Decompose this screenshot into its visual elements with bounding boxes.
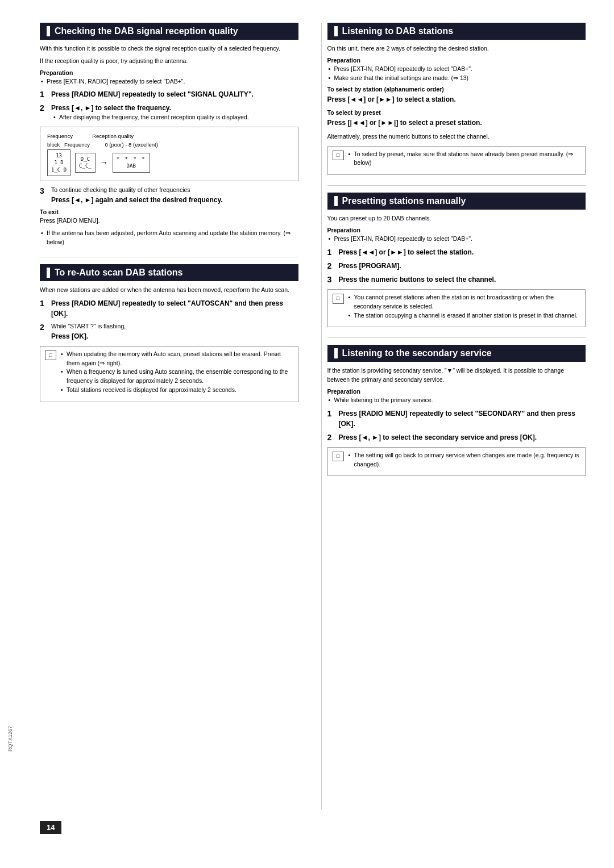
section-re-auto-scan-header: To re-Auto scan DAB stations (40, 264, 298, 281)
to-exit-text: Press [RADIO MENU]. (40, 216, 298, 226)
to-select-preset-label: To select by preset (327, 109, 586, 116)
re-auto-note-item-3: Total stations received is displayed for… (60, 386, 293, 395)
divider-3 (327, 337, 586, 338)
diagram-stars: * * * * (117, 156, 146, 163)
section-presetting: Presetting stations manually You can pre… (327, 193, 586, 327)
section-re-auto-scan: To re-Auto scan DAB stations When new st… (40, 264, 298, 402)
secondary-step-2-num: 2 (327, 432, 335, 443)
listening-dab-note-inner: □ To select by preset, make sure that st… (333, 150, 581, 172)
section-listening-dab-header: Listening to DAB stations (327, 23, 586, 40)
to-select-preset-sub: Alternatively, press the numeric buttons… (327, 132, 586, 141)
section-presetting-title: Presetting stations manually (342, 196, 466, 206)
page-footer: 14 (40, 809, 586, 834)
re-auto-step-2: 2 While "START ?" is flashing, Press [OK… (40, 322, 298, 341)
re-auto-intro: When new stations are added or when the … (40, 286, 298, 295)
dab-prep-label: Preparation (40, 69, 298, 76)
after-exit-list: If the antenna has been adjusted, perfor… (40, 229, 298, 247)
presetting-note-inner: □ You cannot preset stations when the st… (333, 293, 581, 323)
secondary-step-1-content: Press [RADIO MENU] repeatedly to select … (339, 408, 586, 429)
dab-prep-list: Press [EXT-IN, RADIO] repeatedly to sele… (40, 77, 298, 86)
divider-1 (40, 257, 298, 257)
listening-dab-prep-item-1: Press [EXT-IN, RADIO] repeatedly to sele… (327, 65, 586, 74)
secondary-note: □ The setting will go back to primary se… (327, 447, 586, 477)
dab-step-1: 1 Press [RADIO MENU] repeatedly to selec… (40, 89, 298, 99)
section-dab-signal-title: Checking the DAB signal reception qualit… (55, 26, 238, 36)
re-auto-note-item-1: When updating the memory with Auto scan,… (60, 350, 293, 368)
presetting-step-3: 3 Press the numeric buttons to select th… (327, 274, 586, 285)
section-secondary-service-header: Listening to the secondary service (327, 345, 586, 362)
dab-step-3-content: To continue checking the quality of othe… (51, 186, 298, 205)
dab-step-2: 2 Press [◄, ►] to select the frequency. … (40, 103, 298, 122)
presetting-step-2-content: Press [PROGRAM]. (339, 261, 586, 271)
secondary-prep-item-1: While listening to the primary service. (327, 396, 586, 405)
re-auto-note-list: When updating the memory with Auto scan,… (60, 350, 293, 395)
secondary-intro: If the station is providing secondary se… (327, 366, 586, 385)
page-number: 14 (40, 821, 61, 834)
presetting-step-1: 1 Press [◄◄] or [►►] to select the stati… (327, 247, 586, 257)
presetting-note-list: You cannot preset stations when the stat… (347, 293, 581, 320)
section-listening-dab: Listening to DAB stations On this unit, … (327, 23, 586, 175)
diagram-arrow: → (100, 156, 108, 169)
divider-2 (327, 185, 586, 186)
dab-diagram: Frequency Reception quality block Freque… (40, 127, 298, 181)
page: Checking the DAB signal reception qualit… (0, 0, 614, 868)
to-exit-label: To exit (40, 208, 298, 215)
to-select-alpha-label: To select by station (alphanumeric order… (327, 86, 586, 93)
section-re-auto-scan-title: To re-Auto scan DAB stations (55, 268, 183, 278)
re-auto-step-2-num: 2 (40, 322, 48, 332)
content-columns: Checking the DAB signal reception qualit… (40, 23, 586, 809)
presetting-note-item-2: The station occupying a channel is erase… (347, 311, 581, 320)
secondary-step-1: 1 Press [RADIO MENU] repeatedly to selec… (327, 408, 586, 429)
re-auto-note: □ When updating the memory with Auto sca… (40, 346, 298, 402)
secondary-prep-list: While listening to the primary service. (327, 396, 586, 405)
section-secondary-service-title: Listening to the secondary service (342, 348, 492, 358)
listening-dab-prep-item-2: Make sure that the initial settings are … (327, 74, 586, 83)
section-dab-signal: Checking the DAB signal reception qualit… (40, 23, 298, 247)
dab-step-3-bold: Press [◄, ►] again and select the desire… (51, 196, 223, 204)
dab-intro-1: With this function it is possible to che… (40, 44, 298, 53)
listening-dab-note-list: To select by preset, make sure that stat… (347, 150, 581, 168)
presetting-intro: You can preset up to 20 DAB channels. (327, 214, 586, 223)
secondary-step-2-content: Press [◄, ►] to select the secondary ser… (339, 432, 586, 443)
secondary-note-list: The setting will go back to primary serv… (347, 451, 581, 469)
dab-step-3: 3 To continue checking the quality of ot… (40, 186, 298, 205)
section-presetting-header: Presetting stations manually (327, 193, 586, 210)
diagram-dab-label: DAB (117, 162, 146, 170)
diagram-box-1: 131_D1_C D (47, 149, 70, 177)
presetting-step-3-num: 3 (327, 274, 335, 285)
dab-step-1-content: Press [RADIO MENU] repeatedly to select … (51, 89, 298, 99)
listening-dab-note-item-1: To select by preset, make sure that stat… (347, 150, 581, 168)
re-auto-step-1: 1 Press [RADIO MENU] repeatedly to selec… (40, 298, 298, 319)
dab-step-1-num: 1 (40, 89, 48, 99)
secondary-step-1-num: 1 (327, 408, 335, 419)
listening-dab-note-content: To select by preset, make sure that stat… (347, 150, 581, 172)
diagram-labels: Frequency Reception quality block Freque… (47, 132, 158, 176)
presetting-note-content: You cannot preset stations when the stat… (347, 293, 581, 323)
presetting-note: □ You cannot preset stations when the st… (327, 289, 586, 327)
diagram-freq-label: Frequency Reception quality (47, 132, 158, 140)
listening-dab-intro: On this unit, there are 2 ways of select… (327, 44, 586, 53)
dab-step-2-bold: Press [◄, ►] to select the frequency. (51, 104, 171, 112)
secondary-note-content: The setting will go back to primary serv… (347, 451, 581, 473)
presetting-step-2-num: 2 (327, 261, 335, 271)
right-column: Listening to DAB stations On this unit, … (321, 23, 586, 809)
dab-step-3-intro: To continue checking the quality of othe… (51, 186, 190, 193)
section-dab-signal-header: Checking the DAB signal reception qualit… (40, 23, 298, 40)
secondary-note-item-1: The setting will go back to primary serv… (347, 451, 581, 469)
diagram-block-label: block Frequency 0 (poor) - 8 (excellent) (47, 140, 158, 149)
re-auto-step-2-intro: While "START ?" is flashing, (51, 323, 126, 329)
presetting-prep-item-1: Press [EXT-IN, RADIO] repeatedly to sele… (327, 235, 586, 244)
diagram-box-3: * * * * DAB (113, 153, 150, 173)
re-auto-note-content: When updating the memory with Auto scan,… (60, 350, 293, 398)
dab-step-2-num: 2 (40, 103, 48, 113)
to-select-preset-instruction: Press [|◄◄] or [►►|] to select a preset … (327, 118, 586, 128)
diagram-boxes: 131_D1_C D D_CC_C_ → * * * * DAB (47, 149, 158, 177)
dab-intro-2: If the reception quality is poor, try ad… (40, 57, 298, 66)
listening-dab-note: □ To select by preset, make sure that st… (327, 146, 586, 176)
diagram-box-2: D_CC_C_ (75, 153, 96, 173)
secondary-prep-label: Preparation (327, 388, 586, 395)
presetting-step-1-num: 1 (327, 247, 335, 257)
section-listening-dab-title: Listening to DAB stations (342, 26, 454, 36)
note-icon-3: □ (333, 294, 344, 304)
after-exit-item-1: If the antenna has been adjusted, perfor… (40, 229, 298, 247)
